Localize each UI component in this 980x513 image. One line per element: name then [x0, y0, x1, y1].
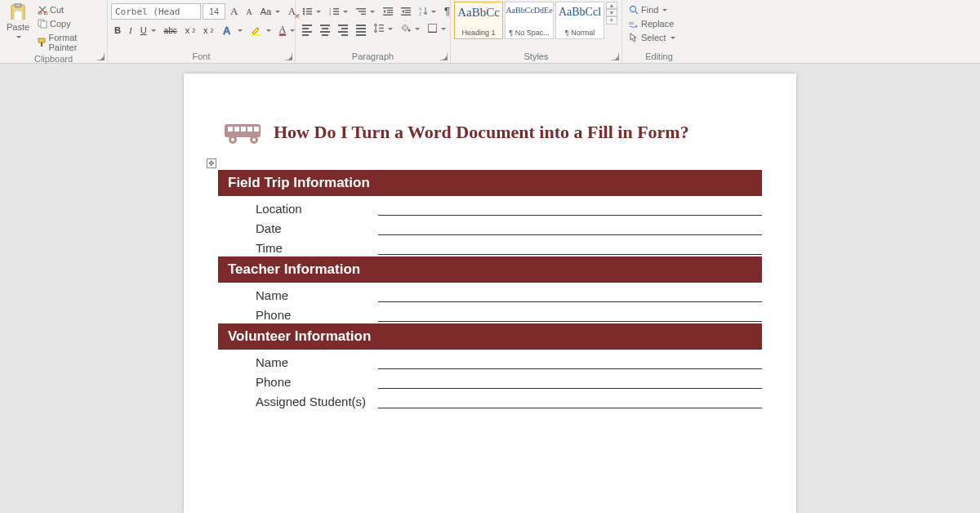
styles-more[interactable]: ▾	[606, 16, 617, 25]
change-case-button[interactable]: Aa	[257, 5, 283, 18]
highlight-button[interactable]	[247, 23, 274, 38]
find-button[interactable]: Find	[626, 3, 670, 16]
field-row: Phone	[218, 302, 762, 322]
table-move-handle[interactable]: ✥	[207, 158, 216, 168]
copy-button[interactable]: Copy	[34, 17, 104, 30]
bold-button[interactable]: B	[111, 24, 124, 37]
svg-rect-1	[15, 3, 21, 7]
styles-row-down[interactable]: ▼	[606, 9, 617, 16]
styles-scroll: ▲▼▾	[606, 2, 617, 25]
align-center-button[interactable]	[317, 23, 333, 34]
font-dialog-launcher[interactable]	[285, 53, 292, 60]
form-table[interactable]: ✥ Field Trip InformationLocationDateTime…	[218, 170, 762, 408]
font-name-input[interactable]	[111, 3, 201, 20]
svg-rect-28	[387, 10, 393, 11]
multilevel-list-button[interactable]	[353, 6, 378, 17]
field-row: Time	[218, 235, 762, 255]
section-header: Volunteer Information	[218, 323, 762, 350]
decrease-indent-icon	[383, 7, 393, 16]
svg-rect-33	[405, 11, 411, 12]
field-row: Assigned Student(s)	[218, 389, 762, 408]
clipboard-dialog-launcher[interactable]	[97, 53, 105, 60]
svg-rect-2	[14, 11, 22, 20]
field-label: Phone	[256, 308, 378, 322]
style-heading-1[interactable]: AaBbCcHeading 1	[454, 2, 503, 39]
grow-font-button[interactable]: A	[227, 3, 241, 20]
document-canvas: How Do I Turn a Word Document into a Fil…	[0, 64, 980, 513]
italic-button[interactable]: I	[126, 24, 136, 37]
align-right-button[interactable]	[335, 23, 351, 34]
decrease-indent-button[interactable]	[380, 6, 396, 17]
group-label-paragraph: Paragraph	[299, 51, 447, 63]
sort-button[interactable]: AZ	[416, 5, 439, 17]
svg-text:ab: ab	[629, 20, 635, 25]
svg-rect-46	[228, 127, 233, 132]
svg-point-42	[630, 7, 636, 12]
styles-dialog-launcher[interactable]	[612, 53, 619, 60]
field-input-line[interactable]	[378, 394, 762, 408]
replace-icon: ab	[629, 19, 639, 29]
format-painter-button[interactable]: Format Painter	[34, 31, 104, 54]
field-label: Phone	[256, 375, 378, 389]
replace-button[interactable]: ab Replace	[626, 17, 677, 30]
styles-gallery: AaBbCcHeading 1AaBbCcDdEe¶ No Spac...AaB…	[454, 2, 618, 51]
line-spacing-button[interactable]	[371, 22, 396, 34]
group-editing: Find ab Replace Select Editing	[622, 0, 696, 63]
field-input-line[interactable]	[378, 288, 762, 302]
svg-rect-7	[38, 38, 45, 42]
superscript-button[interactable]: x2	[200, 24, 216, 37]
svg-rect-24	[359, 11, 366, 12]
ribbon: Paste Cut Copy Format Painter Clipboard	[0, 0, 980, 64]
text-effects-button[interactable]: A	[219, 23, 246, 38]
copy-icon	[38, 19, 47, 29]
style--normal[interactable]: AaBbCcl¶ Normal	[555, 2, 604, 39]
svg-point-54	[252, 138, 256, 141]
find-label: Find	[641, 5, 658, 15]
cut-icon	[38, 5, 47, 15]
group-label-styles: Styles	[454, 51, 618, 63]
increase-indent-button[interactable]	[398, 6, 414, 17]
align-left-button[interactable]	[299, 23, 315, 34]
strikethrough-button[interactable]: abc	[161, 25, 180, 37]
field-input-line[interactable]	[378, 374, 762, 389]
select-label: Select	[641, 33, 666, 42]
multilevel-icon	[356, 7, 366, 16]
page-title: How Do I Turn a Word Document into a Fil…	[274, 122, 689, 143]
style--no-spac-[interactable]: AaBbCcDdEe¶ No Spac...	[505, 2, 554, 39]
field-input-line[interactable]	[378, 201, 762, 216]
svg-point-15	[303, 12, 305, 14]
bullets-button[interactable]	[299, 6, 324, 17]
style-sample: AaBbCcl	[559, 6, 601, 19]
page[interactable]: How Do I Turn a Word Document into a Fil…	[184, 74, 796, 513]
borders-button[interactable]	[425, 22, 449, 34]
svg-rect-10	[252, 34, 261, 36]
svg-rect-36	[379, 25, 384, 25]
svg-rect-25	[361, 13, 366, 15]
underline-button[interactable]: U	[137, 24, 159, 37]
svg-text:A: A	[223, 25, 231, 36]
select-icon	[629, 33, 639, 42]
section-header: Field Trip Information	[218, 170, 762, 196]
field-input-line[interactable]	[378, 221, 762, 235]
svg-rect-49	[247, 127, 252, 132]
field-input-line[interactable]	[378, 307, 762, 322]
font-size-input[interactable]	[203, 3, 225, 20]
numbering-button[interactable]: 123	[326, 6, 351, 17]
svg-point-11	[303, 7, 305, 9]
field-input-line[interactable]	[378, 240, 762, 255]
shrink-font-button[interactable]: A	[243, 6, 255, 18]
subscript-button[interactable]: x2	[182, 24, 198, 37]
styles-row-up[interactable]: ▲	[606, 2, 617, 9]
paste-button[interactable]: Paste	[3, 2, 33, 41]
paragraph-dialog-launcher[interactable]	[440, 53, 448, 60]
style-sample: AaBbCc	[457, 6, 500, 20]
shading-button[interactable]	[398, 22, 423, 34]
group-paragraph: 123 AZ ¶ Paragraph	[296, 0, 451, 63]
copy-label: Copy	[50, 19, 71, 29]
svg-text:3: 3	[329, 13, 332, 16]
select-button[interactable]: Select	[626, 31, 679, 44]
field-input-line[interactable]	[378, 355, 762, 369]
cut-button[interactable]: Cut	[34, 3, 104, 16]
svg-rect-31	[401, 14, 411, 16]
justify-button[interactable]	[353, 23, 369, 34]
